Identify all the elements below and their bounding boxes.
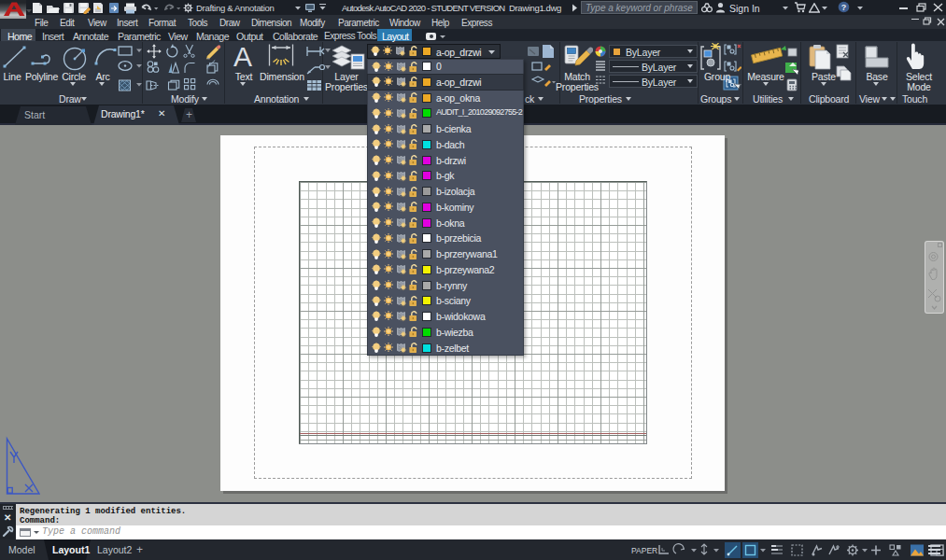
svg-text:?: ? <box>841 3 847 12</box>
